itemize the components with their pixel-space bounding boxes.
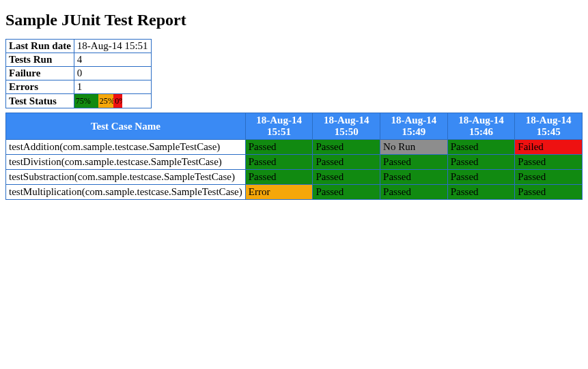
test-result-cell: Passed xyxy=(447,155,515,170)
test-result-cell: Passed xyxy=(380,155,448,170)
status-error-segment: 0% xyxy=(113,94,122,108)
summary-row-label: Tests Run xyxy=(6,53,74,67)
table-row: testDivistion(com.sample.testcase.Sample… xyxy=(6,155,583,170)
test-result-cell: Passed xyxy=(245,170,313,185)
summary-row-value: 1 xyxy=(74,80,151,94)
test-result-cell: Passed xyxy=(245,140,313,155)
results-header-run: 18-Aug-14 15:51 xyxy=(245,113,313,140)
test-case-name: testMultiplication(com.sample.testcase.S… xyxy=(6,185,246,200)
results-header-run: 18-Aug-14 15:49 xyxy=(380,113,448,140)
summary-table: Last Run date18-Aug-14 15:51Tests Run4Fa… xyxy=(5,39,152,108)
page-title: Sample JUnit Test Report xyxy=(5,11,583,29)
test-result-cell: Passed xyxy=(380,170,448,185)
test-result-cell: Passed xyxy=(380,185,448,200)
test-case-name: testSubstraction(com.sample.testcase.Sam… xyxy=(6,170,246,185)
test-result-cell: Failed xyxy=(515,140,583,155)
test-result-cell: Passed xyxy=(313,140,380,155)
results-header-name: Test Case Name xyxy=(6,113,246,140)
summary-row-label: Errors xyxy=(6,80,74,94)
test-result-cell: Passed xyxy=(515,185,583,200)
table-row: testSubstraction(com.sample.testcase.Sam… xyxy=(6,170,583,185)
test-result-cell: Passed xyxy=(447,170,515,185)
results-header-run: 18-Aug-14 15:45 xyxy=(515,113,583,140)
table-row: testMultiplication(com.sample.testcase.S… xyxy=(6,185,583,200)
test-result-cell: Passed xyxy=(313,155,380,170)
status-fail-segment: 25% xyxy=(98,94,113,108)
test-result-cell: Passed xyxy=(313,185,380,200)
results-header-run: 18-Aug-14 15:46 xyxy=(447,113,515,140)
summary-row-label: Last Run date xyxy=(6,40,74,53)
summary-row-value: 0 xyxy=(74,67,151,80)
table-row: testAddition(com.sample.testcase.SampleT… xyxy=(6,140,583,155)
summary-row-label: Failure xyxy=(6,67,74,80)
results-table: Test Case Name18-Aug-14 15:5118-Aug-14 1… xyxy=(5,113,583,200)
summary-status-label: Test Status xyxy=(6,94,74,108)
test-case-name: testAddition(com.sample.testcase.SampleT… xyxy=(6,140,246,155)
test-result-cell: No Run xyxy=(380,140,448,155)
test-result-cell: Passed xyxy=(515,170,583,185)
summary-status-bar: 75% 25% 0% xyxy=(74,94,151,108)
summary-row-value: 4 xyxy=(74,53,151,67)
test-result-cell: Passed xyxy=(447,185,515,200)
results-header-run: 18-Aug-14 15:50 xyxy=(313,113,380,140)
test-result-cell: Passed xyxy=(313,170,380,185)
test-result-cell: Passed xyxy=(245,155,313,170)
test-case-name: testDivistion(com.sample.testcase.Sample… xyxy=(6,155,246,170)
test-result-cell: Passed xyxy=(447,140,515,155)
status-pass-segment: 75% xyxy=(74,94,98,108)
test-result-cell: Error xyxy=(245,185,313,200)
summary-row-value: 18-Aug-14 15:51 xyxy=(74,40,151,53)
test-result-cell: Passed xyxy=(515,155,583,170)
